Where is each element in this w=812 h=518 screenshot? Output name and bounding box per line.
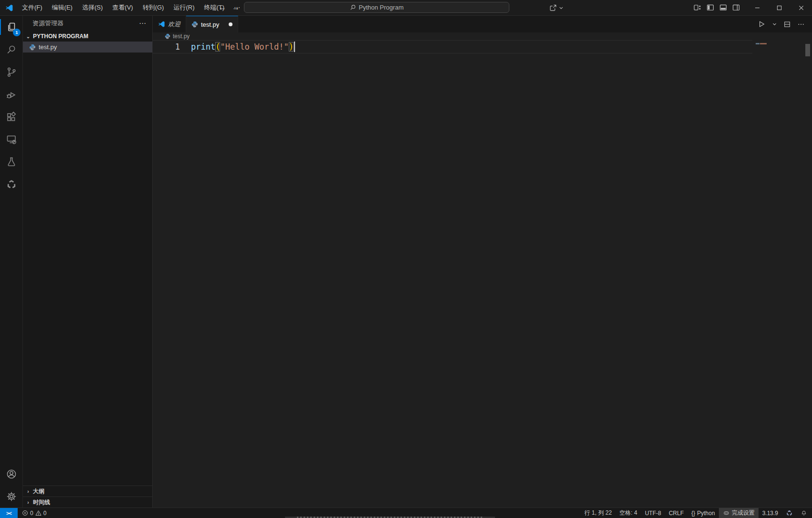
status-bar-right: 行 1, 列 22 空格: 4 UTF-8 CRLF {} Python 完成设… [580, 508, 812, 518]
text-cursor [294, 42, 295, 52]
chevron-down-icon [559, 5, 564, 11]
braces-icon: {} [691, 510, 695, 517]
tab-testpy[interactable]: test.py [186, 16, 238, 32]
explorer-sidebar: 资源管理器 ⋯ ⌄ PYTHON PROGRAM test.py › 大纲 › … [23, 16, 153, 507]
more-actions-icon[interactable] [797, 21, 805, 28]
layout-controls [693, 0, 740, 15]
token-print: print [191, 42, 215, 52]
language-mode[interactable]: {} Python [687, 508, 718, 518]
editor-actions [758, 16, 812, 32]
python-file-icon [29, 44, 36, 51]
minimize-button[interactable] [746, 0, 768, 16]
error-icon [22, 510, 28, 516]
tab-label: test.py [201, 21, 219, 28]
encoding[interactable]: UTF-8 [641, 508, 665, 518]
tab-welcome[interactable]: 欢迎 [153, 16, 186, 32]
remote-explorer-icon[interactable] [0, 128, 22, 150]
breadcrumb-file: test.py [173, 33, 190, 40]
copilot-button[interactable] [549, 2, 564, 13]
activity-bar: 1 [0, 16, 23, 507]
file-row-testpy[interactable]: test.py [23, 42, 152, 53]
code-editor[interactable]: 1 print("Hello World!") [153, 40, 812, 507]
run-python-file-icon[interactable] [758, 20, 766, 28]
cursor-position[interactable]: 行 1, 列 22 [580, 508, 615, 518]
split-editor-icon[interactable] [783, 21, 791, 28]
menu-file[interactable]: 文件(F) [17, 0, 47, 15]
forward-icon[interactable]: → [232, 3, 240, 12]
menu-run[interactable]: 运行(R) [169, 0, 199, 15]
error-count: 0 [30, 510, 33, 517]
run-and-debug-icon[interactable] [0, 83, 22, 106]
toggle-panel-icon[interactable] [719, 3, 728, 12]
python-file-icon [165, 33, 170, 39]
search-icon [350, 4, 356, 11]
minimap-code-line[interactable] [760, 43, 767, 44]
command-center-search[interactable]: Python Program [244, 2, 509, 13]
copilot-setup-label: 完成设置 [732, 509, 755, 517]
tab-modified-dot[interactable] [229, 22, 232, 26]
warning-icon [35, 510, 42, 516]
customize-layout-icon[interactable] [693, 3, 702, 12]
explorer-empty-area [23, 53, 152, 486]
timeline-section[interactable]: › 时间线 [23, 497, 152, 507]
accounts-icon[interactable] [0, 463, 22, 485]
toggle-primary-sidebar-icon[interactable] [706, 3, 715, 12]
back-icon[interactable]: ← [219, 3, 226, 12]
sidebar-title: 资源管理器 [32, 19, 63, 28]
extensions-icon[interactable] [0, 106, 22, 128]
token-string: "Hello World!" [220, 42, 288, 52]
code-line-1: print("Hello World!") [191, 40, 294, 53]
folder-name: PYTHON PROGRAM [33, 33, 88, 40]
python-environments-icon[interactable] [0, 173, 22, 195]
problems-status[interactable]: 0 0 [18, 510, 51, 517]
menu-selection[interactable]: 选择(S) [77, 0, 107, 15]
tab-label: 欢迎 [168, 20, 180, 29]
menu-view[interactable]: 查看(V) [107, 0, 137, 15]
sidebar-header: 资源管理器 ⋯ [23, 16, 152, 31]
search-sidebar-icon[interactable] [0, 38, 22, 61]
notifications-bell-icon[interactable] [797, 508, 812, 518]
testing-icon[interactable] [0, 150, 22, 173]
language-label: Python [697, 510, 715, 517]
breadcrumb[interactable]: test.py [153, 32, 812, 40]
explorer-badge: 1 [13, 29, 21, 36]
timeline-label: 时间线 [33, 498, 50, 507]
folder-section-header[interactable]: ⌄ PYTHON PROGRAM [23, 31, 152, 42]
indentation[interactable]: 空格: 4 [616, 508, 641, 518]
outline-section[interactable]: › 大纲 [23, 486, 152, 497]
line-number: 1 [153, 40, 180, 53]
menu-edit[interactable]: 编辑(E) [47, 0, 77, 15]
menu-bar: 文件(F) 编辑(E) 选择(S) 查看(V) 转到(G) 运行(R) 终端(T… [17, 0, 245, 15]
close-button[interactable] [790, 0, 812, 16]
warning-count: 0 [43, 510, 47, 517]
source-control-icon[interactable] [0, 61, 22, 83]
file-name: test.py [39, 43, 57, 51]
maximize-button[interactable] [768, 0, 790, 16]
tab-bar: 欢迎 test.py [153, 16, 812, 32]
vscode-logo-icon [158, 21, 165, 28]
minimap-code-line[interactable] [756, 43, 759, 44]
toggle-secondary-sidebar-icon[interactable] [732, 3, 740, 12]
token-open-paren: ( [215, 42, 220, 52]
explorer-icon[interactable]: 1 [0, 16, 22, 38]
search-value: Python Program [359, 4, 404, 11]
editor-group: 欢迎 test.py [153, 16, 812, 507]
remote-indicator[interactable]: >< [0, 508, 18, 518]
copilot-icon [723, 509, 730, 517]
chevron-down-icon: ⌄ [25, 34, 32, 39]
window-controls [746, 0, 812, 16]
views-more-actions-icon[interactable]: ⋯ [139, 19, 147, 28]
copilot-icon [549, 4, 557, 12]
run-dropdown-chevron-icon[interactable] [772, 21, 777, 27]
copilot-setup-status[interactable]: 完成设置 [719, 508, 759, 518]
eol-sequence[interactable]: CRLF [665, 508, 687, 518]
menu-goto[interactable]: 转到(G) [138, 0, 169, 15]
history-navigation: ← → [219, 0, 240, 15]
chevron-right-icon: › [25, 500, 32, 505]
python-environments-icon[interactable] [782, 508, 797, 518]
python-interpreter-version[interactable]: 3.13.9 [759, 508, 782, 518]
settings-gear-icon[interactable] [0, 485, 22, 507]
token-close-paren: ) [289, 42, 294, 52]
vertical-scrollbar[interactable] [805, 44, 810, 56]
title-bar: 文件(F) 编辑(E) 选择(S) 查看(V) 转到(G) 运行(R) 终端(T… [0, 0, 812, 16]
